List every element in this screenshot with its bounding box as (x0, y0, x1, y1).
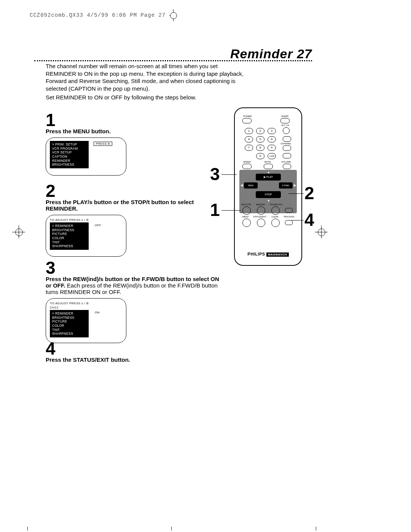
tracking-up[interactable] (285, 208, 293, 213)
callout-1-line (221, 210, 241, 211)
tracking-down[interactable] (285, 220, 293, 225)
osd3-item: TINT (52, 328, 86, 332)
status-label: STATUS/EXIT (253, 216, 266, 218)
remote-brand: PHILIPS MAGNAVOX (235, 252, 301, 257)
num-6[interactable]: 6 (268, 136, 276, 142)
step-3-number: 3 (46, 259, 225, 276)
step-4: 4 Press the STATUS/EXIT button. (46, 340, 225, 363)
osd3-note1: TO ADJUST PRESS s / B (50, 302, 122, 305)
step-4-number: 4 (46, 340, 225, 357)
intro-paragraph-1: The channel number will remain on-screen… (46, 62, 244, 92)
num-0[interactable]: 0 (256, 153, 264, 159)
channel-up[interactable] (283, 136, 291, 142)
step-1-number: 1 (46, 111, 225, 129)
osd3-item: > REMINDER (52, 312, 86, 316)
osd1-item: VCR SETUP (52, 150, 86, 155)
step-3: 3 Press the REW(ind)/s button or the F.F… (46, 259, 225, 343)
mute-label: MUTE (264, 161, 271, 163)
num-9[interactable]: 9 (268, 145, 276, 151)
play-button[interactable]: ▶ PLAY (256, 174, 281, 181)
status-button[interactable] (257, 219, 265, 227)
imposition-header: CCZ092comb.QX33 4/5/99 6:06 PM Page 27 (30, 12, 166, 18)
osd3-menu: > REMINDER BRIGHTNESS PICTURE COLOR TINT… (50, 310, 89, 337)
osd2-note: TO ADJUST PRESS s / B (50, 218, 122, 222)
page-title-area: Reminder 27 (44, 46, 312, 61)
memory-button[interactable] (257, 206, 265, 215)
osd3-item: BRIGHTNESS (52, 316, 86, 320)
stop-button[interactable]: STOP (256, 191, 281, 198)
osd2-item: TINT (52, 240, 86, 244)
osd3-value: ON (95, 311, 100, 314)
rew-button[interactable]: REW (244, 182, 258, 189)
osd2-item: COLOR (52, 236, 86, 240)
page-title: Reminder 27 (230, 46, 312, 61)
num-4[interactable]: 4 (245, 136, 253, 142)
vol-up[interactable] (283, 153, 291, 158)
num-5[interactable]: 5 (256, 136, 264, 142)
ffwd-button[interactable]: F.FWD (279, 182, 293, 189)
osd-screen-1: PRESS B > PRIM. SETUP VCR PROGRAM VCR SE… (46, 137, 126, 176)
callout-4: 4 (304, 209, 314, 230)
speed-label: SPEED (243, 161, 251, 163)
callout-2: 2 (304, 183, 314, 203)
power-label: POWER (243, 115, 252, 117)
callout-3: 3 (210, 164, 220, 184)
osd1-menu: > PRIM. SETUP VCR PROGRAM VCR SETUP CAPT… (50, 141, 89, 168)
osd-screen-2: TO ADJUST PRESS s / B OFF > REMINDER BRI… (46, 215, 126, 257)
osd1-item: CAPTION (52, 155, 86, 159)
volume-label: VOLUME (281, 161, 291, 163)
osd1-item: REMINDER (52, 159, 86, 163)
num-2[interactable]: 2 (256, 128, 264, 134)
step-1: 1 Press the MENU button. PRESS B > PRIM.… (46, 111, 225, 176)
num-1[interactable]: 1 (245, 128, 253, 134)
speed-button[interactable] (242, 164, 252, 169)
intro-paragraph-2: Set REMINDER to ON or OFF by following t… (46, 94, 244, 101)
menu-label: MENU (242, 216, 249, 218)
remote-body: POWER SLEEP ALT CH 1 2 3 4 5 6 CHANNEL 7… (234, 107, 302, 266)
sleep-button[interactable] (280, 118, 290, 123)
pausestill-label: PAUSE/STILL (270, 203, 283, 206)
num-3[interactable]: 3 (268, 128, 276, 134)
crop-mark-top (169, 9, 177, 21)
dotted-rule (34, 60, 312, 61)
clear-label: CLEAR (271, 216, 278, 218)
step-2-text: Press the PLAY/s button or the STOP/t bu… (46, 199, 225, 212)
step-2-number: 2 (46, 182, 225, 200)
tracking-label: TRACKING (284, 216, 294, 218)
plus100[interactable]: +100 (268, 153, 276, 159)
osd2-menu: > REMINDER BRIGHTNESS PICTURE COLOR TINT… (50, 222, 89, 250)
channel-down[interactable] (283, 145, 291, 151)
mute-button[interactable] (264, 164, 273, 169)
osd1-button-label: PRESS B (94, 142, 112, 146)
osd-screen-3: TO ADJUST PRESS s / B CH12 ON > REMINDER… (46, 298, 126, 343)
power-button[interactable] (242, 118, 252, 123)
brand-philips: PHILIPS (247, 252, 265, 256)
recotr-label: REC/OTR (242, 203, 251, 206)
clear-button[interactable] (271, 219, 280, 227)
callout-4-line (288, 220, 304, 220)
recotr-button[interactable] (242, 206, 251, 215)
vol-down[interactable] (283, 164, 291, 169)
step-1-text: Press the MENU button. (46, 128, 225, 134)
num-8[interactable]: 8 (256, 145, 264, 151)
osd1-item: > PRIM. SETUP (52, 142, 86, 147)
osd1-item: VCR PROGRAM (52, 147, 86, 151)
altch-label: ALT CH (281, 124, 289, 126)
altch-button[interactable] (283, 127, 290, 134)
num-7[interactable]: 7 (245, 145, 253, 151)
osd1-item: BRIGHTNESS (52, 163, 86, 167)
step-4-text: Press the STATUS/EXIT button. (46, 356, 225, 363)
memory-label: MEMORY (256, 203, 266, 206)
pausestill-button[interactable] (271, 206, 280, 215)
left-arrow-icon: ◀ (241, 184, 243, 187)
osd2-item: BRIGHTNESS (52, 228, 86, 232)
callout-1: 1 (210, 200, 220, 220)
menu-button[interactable] (242, 219, 251, 227)
step-3-text: Press the REW(ind)/s button or the F.FWD… (46, 276, 225, 295)
osd2-item: SHARPNESS (52, 244, 86, 248)
osd2-item: > REMINDER (52, 224, 86, 228)
intro-text: The channel number will remain on-screen… (46, 62, 244, 103)
osd2-value: OFF (95, 224, 101, 227)
brand-magnavox: MAGNAVOX (266, 252, 289, 257)
osd3-item: COLOR (52, 324, 86, 328)
